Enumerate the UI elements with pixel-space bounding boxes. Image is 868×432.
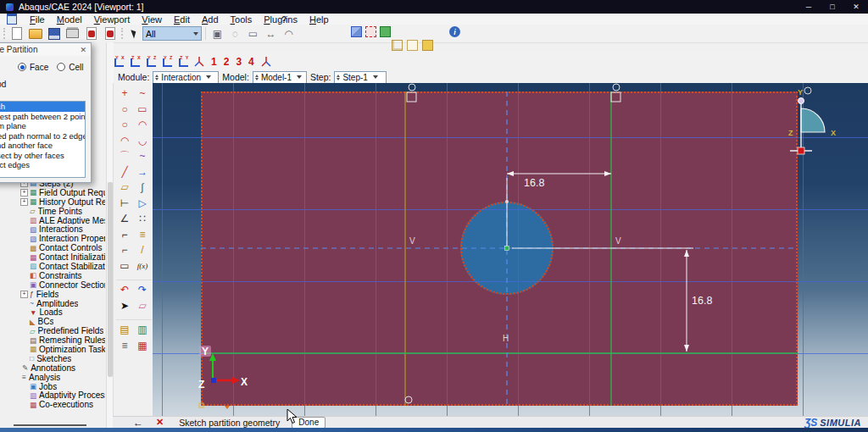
menu-edit[interactable]: Edit xyxy=(168,14,196,25)
print-icon[interactable] xyxy=(64,26,81,42)
spline-fit-tool[interactable]: ~ xyxy=(134,148,152,164)
tree-constraints[interactable]: ◧ Constraints xyxy=(2,271,105,280)
save-file-icon[interactable] xyxy=(46,26,62,42)
copy-objects-icon[interactable]: ▣ xyxy=(209,26,225,42)
corner-marker-2[interactable] xyxy=(225,406,230,409)
view-top-button[interactable]: Z X xyxy=(128,55,142,69)
method-intersect-faces[interactable]: Intersect by other faces xyxy=(0,151,85,161)
tree-connector-sections[interactable]: ▣ Connector Sections xyxy=(2,280,105,290)
triad-icon[interactable] xyxy=(193,56,205,68)
split-tool[interactable]: / xyxy=(134,242,152,258)
vertex-marker[interactable] xyxy=(409,84,415,91)
compass-origin-handle[interactable] xyxy=(798,147,804,154)
circle-center-vertex[interactable] xyxy=(505,246,509,251)
project-edges-tool[interactable]: ∫ xyxy=(134,180,152,196)
expand-icon[interactable]: + xyxy=(20,291,28,298)
lasso-icon[interactable]: ◠ xyxy=(281,26,297,42)
tree-predefined-fields[interactable]: ▱ Predefined Fields xyxy=(2,326,105,335)
radio-unselected-icon[interactable] xyxy=(57,63,65,71)
tree-sketches[interactable]: □ Sketches xyxy=(2,354,105,363)
tree-interaction-props[interactable]: ▨ Interaction Properties xyxy=(2,234,105,243)
tree-optimization-tasks[interactable]: ▦ Optimization Tasks xyxy=(2,345,105,354)
add-sketch-tool[interactable]: ▥ xyxy=(134,319,152,338)
method-shortest-path[interactable]: Shortest path between 2 points xyxy=(0,112,85,122)
module-combo[interactable]: Interaction xyxy=(153,71,219,84)
view-back-button[interactable]: Y X xyxy=(112,55,126,69)
ellipse-tool[interactable]: ○ xyxy=(116,117,134,133)
pattern-tool[interactable]: ∷ xyxy=(134,211,152,227)
sketch-grid-tool[interactable]: ▦ xyxy=(134,338,152,354)
delete-tool[interactable]: ▱ xyxy=(134,298,152,314)
sketcher-options-tool[interactable]: ≡ xyxy=(116,338,134,354)
tree-co-executions[interactable]: ▦ Co-executions xyxy=(2,400,105,409)
method-datum-plane[interactable]: Datum plane xyxy=(0,121,85,131)
select-rectangle-icon[interactable]: ▭ xyxy=(245,26,261,42)
render-shaded-icon[interactable] xyxy=(422,40,433,51)
tree-contact-inits[interactable]: ▦ Contact Initializations xyxy=(2,252,105,262)
attachment-manager-icon[interactable] xyxy=(102,26,118,42)
menu-add[interactable]: Add xyxy=(196,14,225,25)
view-2-button[interactable]: 2 xyxy=(220,56,233,68)
radio-cell[interactable]: Cell xyxy=(57,63,83,72)
annotation-manager-icon[interactable] xyxy=(83,26,99,42)
menu-viewport[interactable]: Viewport xyxy=(88,14,136,25)
fillet-tool[interactable]: ⌒ xyxy=(116,148,134,164)
method-sketch[interactable]: Sketch xyxy=(0,102,85,112)
view-right-button[interactable]: Z Y xyxy=(176,55,191,69)
point-tool[interactable]: + xyxy=(116,86,134,102)
back-arrow-button[interactable]: ← xyxy=(133,417,143,429)
tree-field-output[interactable]: + ▦ Field Output Requests (1) xyxy=(2,188,105,197)
tree-contact-stabs[interactable]: ▧ Contact Stabilizations xyxy=(2,262,105,271)
circle-tool[interactable]: ○ xyxy=(116,102,134,118)
vertex-marker[interactable] xyxy=(405,396,412,403)
tree-amplitudes[interactable]: ~ Amplitudes xyxy=(2,299,105,308)
close-button[interactable]: ✕ xyxy=(844,0,868,14)
expand-icon[interactable]: + xyxy=(20,189,28,197)
custom-view-icon[interactable] xyxy=(260,56,272,68)
compass-top-handle[interactable] xyxy=(798,98,804,104)
menu-help[interactable]: Help xyxy=(303,14,335,25)
corner-marker[interactable] xyxy=(199,403,203,407)
view-3-button[interactable]: 3 xyxy=(232,56,245,68)
spline-tool[interactable]: ~ xyxy=(134,86,152,102)
context-help-icon[interactable]: ? xyxy=(281,15,287,25)
dialog-close-ic[interactable]: ✕ xyxy=(80,46,86,54)
view-1-button[interactable]: 1 xyxy=(208,56,220,68)
model-combo[interactable]: Model-1 xyxy=(253,71,307,84)
panel-splitter[interactable] xyxy=(14,424,86,426)
offset-tool[interactable]: ▱ xyxy=(116,180,134,196)
parameter-angle-tool[interactable]: ∠ xyxy=(116,211,134,227)
parameter-tool[interactable]: f(x) xyxy=(134,258,152,274)
save-sketch-tool[interactable]: ▤ xyxy=(116,319,134,338)
method-project-edges[interactable]: Project edges xyxy=(0,160,85,170)
radio-selected-icon[interactable] xyxy=(18,63,26,71)
circle-top-vertex[interactable] xyxy=(505,200,509,203)
query-icon[interactable]: ◌ xyxy=(227,26,243,42)
tree-analysis[interactable]: ≡ Analysis xyxy=(2,373,105,382)
cancel-x-button[interactable]: ✕ xyxy=(156,417,164,428)
pointer-icon[interactable] xyxy=(126,26,142,42)
select-tool[interactable]: ➤ xyxy=(116,298,134,314)
viewport-window-icon[interactable] xyxy=(7,14,17,25)
arc-center-ends-tool[interactable]: ◠ xyxy=(116,133,134,149)
new-model-icon[interactable] xyxy=(8,26,25,42)
vertex-marker[interactable] xyxy=(613,84,620,91)
menu-model[interactable]: Model xyxy=(51,14,88,25)
tree-bcs[interactable]: ◣ BCs xyxy=(2,317,105,326)
merge-vertices-tool[interactable]: ⌐ xyxy=(116,242,134,258)
method-curved-path[interactable]: Curved path normal to 2 edges xyxy=(0,131,85,141)
tree-contact-controls[interactable]: ▩ Contact Controls xyxy=(2,243,105,252)
minimize-button[interactable]: ─ xyxy=(797,0,821,14)
shaded-cube-icon[interactable] xyxy=(380,26,391,37)
undo-button[interactable]: ↶ xyxy=(116,280,134,298)
tree-jobs[interactable]: ▣ Jobs xyxy=(2,382,105,391)
compass-fan[interactable] xyxy=(801,108,825,132)
trim-extend-tool[interactable]: ⌐ xyxy=(116,227,134,243)
info-icon[interactable]: i xyxy=(449,26,460,37)
open-file-icon[interactable] xyxy=(27,26,43,42)
highlight-cube-icon[interactable] xyxy=(365,26,376,37)
view-4-button[interactable]: 4 xyxy=(245,56,258,68)
measure-icon[interactable]: ↔ xyxy=(263,26,279,42)
tree-annotations[interactable]: ✎ Annotations xyxy=(2,363,105,373)
maximize-button[interactable]: □ xyxy=(821,0,844,14)
